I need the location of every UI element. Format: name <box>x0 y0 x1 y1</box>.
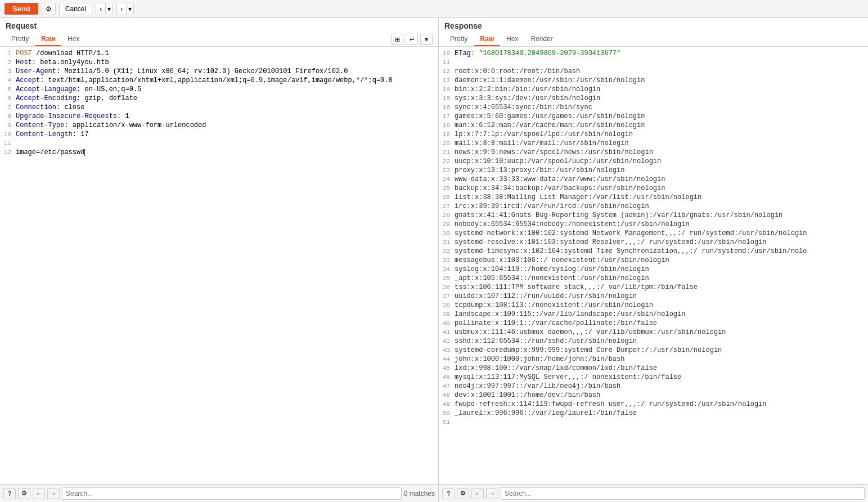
nav-forward-button[interactable]: › <box>117 3 127 15</box>
line-number: 16 <box>439 103 455 112</box>
line-number: 11 <box>0 139 16 148</box>
line-number: 9 <box>0 121 16 130</box>
line-number: 12 <box>439 67 455 76</box>
newline-icon-button[interactable]: ↵ <box>406 34 418 45</box>
line-number: 2 <box>0 58 16 67</box>
line-content: _laurel:x:996:996::/var/log/laurel:/bin/… <box>455 409 868 418</box>
wrap-icon-button[interactable]: ⊞ <box>391 34 403 45</box>
header-val: : 1 <box>117 112 129 120</box>
table-row: 35_apt:x:105:65534::/nonexistent:/usr/sb… <box>439 274 868 283</box>
tab-response-hex[interactable]: Hex <box>501 33 524 46</box>
line-number: 34 <box>439 265 455 274</box>
table-row: 50_laurel:x:996:996::/var/log/laurel:/bi… <box>439 409 868 418</box>
tab-request-hex[interactable]: Hex <box>62 33 85 46</box>
table-row: 49fwupd-refresh:x:114:119:fwupd-refresh … <box>439 400 868 409</box>
table-row: 47neo4j:x:997:997::/var/lib/neo4j:/bin/b… <box>439 382 868 391</box>
header-key: Connection <box>16 103 56 111</box>
line-content: _apt:x:105:65534::/nonexistent:/usr/sbin… <box>455 274 868 283</box>
line-content: ETag: "1680178340.2049809-2079-393413677… <box>455 49 868 58</box>
tab-response-raw[interactable]: Raw <box>474 33 500 46</box>
line-number: 43 <box>439 346 455 355</box>
table-row: 43systemd-coredump:x:999:999:systemd Cor… <box>439 346 868 355</box>
response-next-button[interactable]: → <box>486 488 498 499</box>
menu-icon-button[interactable]: ≡ <box>420 34 433 45</box>
table-row: 9Content-Type: application/x-www-form-ur… <box>0 121 438 130</box>
line-number: 32 <box>439 247 455 256</box>
tab-response-render[interactable]: Render <box>525 33 558 46</box>
table-row: 4Accept: text/html,application/xhtml+xml… <box>0 76 438 85</box>
line-content: sync:x:4:65534:sync:/bin:/bin/sync <box>455 103 868 112</box>
table-row: 19lp:x:7:7:lp:/var/spool/lpd:/usr/sbin/n… <box>439 130 868 139</box>
line-number: 20 <box>439 139 455 148</box>
header-val: : beta.only4you.htb <box>32 58 109 66</box>
line-number: 36 <box>439 283 455 292</box>
line-number: 51 <box>439 418 455 427</box>
line-number: 12 <box>0 148 16 157</box>
table-row: 30systemd-network:x:100:102:systemd Netw… <box>439 229 868 238</box>
tab-request-raw[interactable]: Raw <box>35 33 61 46</box>
table-row: 22uucp:x:10:10:uucp:/var/spool/uucp:/usr… <box>439 157 868 166</box>
header-key: User-Agent <box>16 67 56 75</box>
send-button[interactable]: Send <box>5 3 38 15</box>
line-number: 29 <box>439 220 455 229</box>
cursor <box>84 149 85 156</box>
response-prev-button[interactable]: ← <box>471 488 484 499</box>
line-content: Accept-Language: en-US,en;q=0.5 <box>16 85 438 94</box>
cancel-button[interactable]: Cancel <box>59 3 92 15</box>
line-number: 21 <box>439 148 455 157</box>
request-bottom: ? ⚙ ← → 0 matches <box>0 485 439 502</box>
response-title: Response <box>444 21 862 30</box>
request-next-button[interactable]: → <box>47 488 60 499</box>
line-content <box>16 139 438 148</box>
request-prev-button[interactable]: ← <box>33 488 45 499</box>
line-content: tss:x:106:111:TPM software stack,,,:/ va… <box>455 283 868 292</box>
nav-back-button[interactable]: ‹ <box>96 3 106 15</box>
table-row: 20mail:x:8:8:mail:/var/mail:/usr/sbin/no… <box>439 139 868 148</box>
request-code-area[interactable]: 1POST /download HTTP/1.12Host: beta.only… <box>0 47 438 484</box>
line-content: lp:x:7:7:lp:/var/spool/lpd:/usr/sbin/nol… <box>455 130 868 139</box>
response-gear-button[interactable]: ⚙ <box>457 488 469 499</box>
table-row: 28gnats:x:41:41:Gnats Bug-Reporting Syst… <box>439 211 868 220</box>
line-content: news:x:9:9:news:/var/spool/news:/usr/sbi… <box>455 148 868 157</box>
line-number: 5 <box>0 85 16 94</box>
request-panel: Request Pretty Raw Hex ⊞ ↵ ≡ 1POST /down… <box>0 18 439 484</box>
line-content: Content-Type: application/x-www-form-url… <box>16 121 438 130</box>
response-code-area[interactable]: 10ETag: "1680178340.2049809-2079-3934136… <box>439 47 868 484</box>
line-content: backup:x:34:34:backup:/var/backups:/usr/… <box>455 184 868 193</box>
gear-button[interactable]: ⚙ <box>42 3 56 15</box>
line-number: 23 <box>439 166 455 175</box>
table-row: 44john:x:1000:1000:john:/home/john:/bin/… <box>439 355 868 364</box>
line-number: 30 <box>439 229 455 238</box>
nav-forward-dropdown[interactable]: ▾ <box>127 3 133 15</box>
line-content: nobody:x:65534:65534:nobody:/nonexistent… <box>455 220 868 229</box>
line-content: john:x:1000:1000:john:/home/john:/bin/ba… <box>455 355 868 364</box>
line-content: User-Agent: Mozilla/5.0 (X11; Linux x86_… <box>16 67 438 76</box>
request-help-button[interactable]: ? <box>3 488 16 499</box>
header-key: Accept-Encoding <box>16 94 77 102</box>
request-search-input[interactable] <box>62 487 402 500</box>
table-row: 8Upgrade-Insecure-Requests: 1 <box>0 112 438 121</box>
table-row: 7Connection: close <box>0 103 438 112</box>
header-key: Accept <box>16 76 40 84</box>
line-content: syslog:x:104:110::/home/syslog:/usr/sbin… <box>455 265 868 274</box>
table-row: 6Accept-Encoding: gzip, deflate <box>0 94 438 103</box>
table-row: 23proxy:x:13:13:proxy:/bin:/usr/sbin/nol… <box>439 166 868 175</box>
line-content <box>455 418 868 427</box>
request-gear-button[interactable]: ⚙ <box>18 488 30 499</box>
nav-back-dropdown[interactable]: ▾ <box>106 3 113 15</box>
tab-request-pretty[interactable]: Pretty <box>6 33 34 46</box>
table-row: 11 <box>439 58 868 67</box>
table-row: 32systemd-timesync:x:102:104:systemd Tim… <box>439 247 868 256</box>
method-text: POST <box>16 49 32 57</box>
tab-response-pretty[interactable]: Pretty <box>444 33 473 46</box>
line-content: neo4j:x:997:997::/var/lib/neo4j:/bin/bas… <box>455 382 868 391</box>
line-content: games:x:5:60:games:/usr/games:/usr/sbin/… <box>455 112 868 121</box>
header-key: Accept-Language <box>16 85 77 93</box>
response-search-input[interactable] <box>501 487 865 500</box>
response-help-button[interactable]: ? <box>442 488 455 499</box>
line-number: 33 <box>439 256 455 265</box>
main-content: Request Pretty Raw Hex ⊞ ↵ ≡ 1POST /down… <box>0 18 868 484</box>
line-number: 10 <box>439 49 455 58</box>
line-number: 31 <box>439 238 455 247</box>
line-number: 24 <box>439 175 455 184</box>
